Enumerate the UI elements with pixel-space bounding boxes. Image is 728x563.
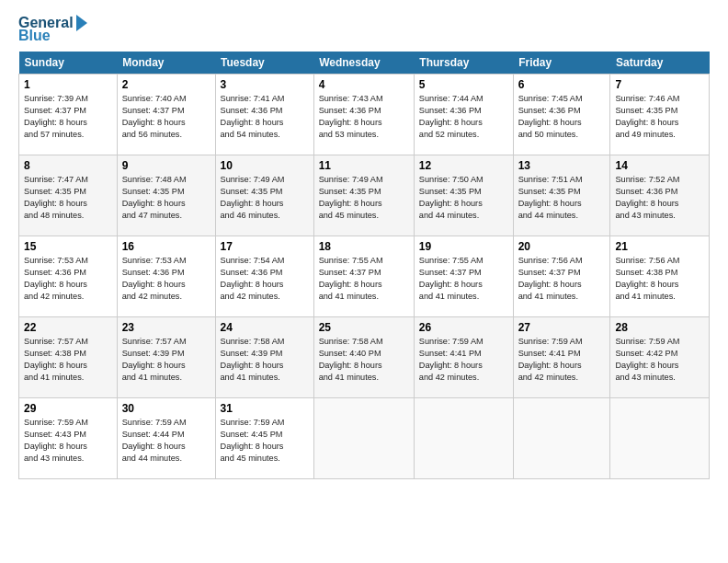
logo-blue: Blue	[18, 28, 51, 44]
day-info: Sunrise: 7:49 AMSunset: 4:35 PMDaylight:…	[319, 174, 409, 222]
day-number: 29	[24, 402, 112, 415]
day-info: Sunrise: 7:39 AMSunset: 4:37 PMDaylight:…	[24, 93, 112, 141]
day-info: Sunrise: 7:49 AMSunset: 4:35 PMDaylight:…	[221, 174, 309, 222]
day-number: 12	[419, 159, 508, 172]
calendar-cell	[414, 398, 513, 479]
day-number: 5	[419, 78, 508, 91]
calendar-cell	[513, 398, 610, 479]
day-number: 11	[319, 159, 409, 172]
day-number: 19	[419, 240, 508, 253]
day-info: Sunrise: 7:53 AMSunset: 4:36 PMDaylight:…	[24, 255, 112, 303]
day-number: 26	[419, 321, 508, 334]
week-row-5: 29Sunrise: 7:59 AMSunset: 4:43 PMDayligh…	[19, 398, 710, 479]
calendar-table: SundayMondayTuesdayWednesdayThursdayFrid…	[18, 52, 710, 479]
day-number: 23	[122, 321, 210, 334]
calendar-cell: 22Sunrise: 7:57 AMSunset: 4:38 PMDayligh…	[19, 317, 118, 398]
day-info: Sunrise: 7:40 AMSunset: 4:37 PMDaylight:…	[122, 93, 210, 141]
week-row-2: 8Sunrise: 7:47 AMSunset: 4:35 PMDaylight…	[19, 155, 710, 236]
calendar-cell: 28Sunrise: 7:59 AMSunset: 4:42 PMDayligh…	[610, 317, 710, 398]
day-info: Sunrise: 7:59 AMSunset: 4:41 PMDaylight:…	[518, 336, 606, 384]
day-number: 22	[24, 321, 112, 334]
day-info: Sunrise: 7:59 AMSunset: 4:43 PMDaylight:…	[24, 417, 112, 465]
calendar-cell: 27Sunrise: 7:59 AMSunset: 4:41 PMDayligh…	[513, 317, 610, 398]
day-info: Sunrise: 7:59 AMSunset: 4:42 PMDaylight:…	[615, 336, 704, 384]
week-row-3: 15Sunrise: 7:53 AMSunset: 4:36 PMDayligh…	[19, 236, 710, 317]
day-number: 10	[221, 159, 309, 172]
day-info: Sunrise: 7:47 AMSunset: 4:35 PMDaylight:…	[24, 174, 112, 222]
page: General Blue SundayMondayTuesdayWednesda…	[0, 0, 728, 563]
calendar-cell: 3Sunrise: 7:41 AMSunset: 4:36 PMDaylight…	[215, 75, 313, 155]
calendar-cell: 8Sunrise: 7:47 AMSunset: 4:35 PMDaylight…	[19, 155, 118, 236]
calendar-cell: 4Sunrise: 7:43 AMSunset: 4:36 PMDaylight…	[313, 75, 414, 155]
day-number: 20	[518, 240, 606, 253]
day-info: Sunrise: 7:54 AMSunset: 4:36 PMDaylight:…	[221, 255, 309, 303]
day-number: 18	[319, 240, 409, 253]
day-number: 25	[319, 321, 409, 334]
day-number: 8	[24, 159, 112, 172]
header: General Blue	[18, 15, 710, 44]
day-info: Sunrise: 7:55 AMSunset: 4:37 PMDaylight:…	[319, 255, 409, 303]
week-row-1: 1Sunrise: 7:39 AMSunset: 4:37 PMDaylight…	[19, 75, 710, 155]
day-info: Sunrise: 7:45 AMSunset: 4:36 PMDaylight:…	[518, 93, 606, 141]
day-number: 16	[122, 240, 210, 253]
calendar-cell: 29Sunrise: 7:59 AMSunset: 4:43 PMDayligh…	[19, 398, 118, 479]
calendar-cell: 13Sunrise: 7:51 AMSunset: 4:35 PMDayligh…	[513, 155, 610, 236]
calendar-cell: 2Sunrise: 7:40 AMSunset: 4:37 PMDaylight…	[117, 75, 215, 155]
calendar-cell: 19Sunrise: 7:55 AMSunset: 4:37 PMDayligh…	[414, 236, 513, 317]
day-info: Sunrise: 7:56 AMSunset: 4:38 PMDaylight:…	[615, 255, 704, 303]
day-header-tuesday: Tuesday	[215, 52, 313, 75]
day-header-wednesday: Wednesday	[313, 52, 414, 75]
day-info: Sunrise: 7:53 AMSunset: 4:36 PMDaylight:…	[122, 255, 210, 303]
day-info: Sunrise: 7:58 AMSunset: 4:40 PMDaylight:…	[319, 336, 409, 384]
calendar-cell: 17Sunrise: 7:54 AMSunset: 4:36 PMDayligh…	[215, 236, 313, 317]
calendar-cell: 9Sunrise: 7:48 AMSunset: 4:35 PMDaylight…	[117, 155, 215, 236]
day-info: Sunrise: 7:59 AMSunset: 4:44 PMDaylight:…	[122, 417, 210, 465]
calendar-cell: 23Sunrise: 7:57 AMSunset: 4:39 PMDayligh…	[117, 317, 215, 398]
day-info: Sunrise: 7:56 AMSunset: 4:37 PMDaylight:…	[518, 255, 606, 303]
day-number: 21	[615, 240, 704, 253]
calendar-cell: 21Sunrise: 7:56 AMSunset: 4:38 PMDayligh…	[610, 236, 710, 317]
logo: General Blue	[18, 15, 87, 44]
day-info: Sunrise: 7:57 AMSunset: 4:38 PMDaylight:…	[24, 336, 112, 384]
day-number: 7	[615, 78, 704, 91]
day-header-thursday: Thursday	[414, 52, 513, 75]
day-number: 27	[518, 321, 606, 334]
day-info: Sunrise: 7:55 AMSunset: 4:37 PMDaylight:…	[419, 255, 508, 303]
calendar-cell: 11Sunrise: 7:49 AMSunset: 4:35 PMDayligh…	[313, 155, 414, 236]
day-number: 9	[122, 159, 210, 172]
day-info: Sunrise: 7:50 AMSunset: 4:35 PMDaylight:…	[419, 174, 508, 222]
calendar-cell	[610, 398, 710, 479]
day-header-friday: Friday	[513, 52, 610, 75]
calendar-cell: 26Sunrise: 7:59 AMSunset: 4:41 PMDayligh…	[414, 317, 513, 398]
day-number: 31	[221, 402, 309, 415]
day-info: Sunrise: 7:51 AMSunset: 4:35 PMDaylight:…	[518, 174, 606, 222]
day-info: Sunrise: 7:59 AMSunset: 4:45 PMDaylight:…	[221, 417, 309, 465]
day-info: Sunrise: 7:48 AMSunset: 4:35 PMDaylight:…	[122, 174, 210, 222]
day-number: 30	[122, 402, 210, 415]
day-number: 14	[615, 159, 704, 172]
calendar-cell: 7Sunrise: 7:46 AMSunset: 4:35 PMDaylight…	[610, 75, 710, 155]
day-info: Sunrise: 7:58 AMSunset: 4:39 PMDaylight:…	[221, 336, 309, 384]
calendar-cell: 15Sunrise: 7:53 AMSunset: 4:36 PMDayligh…	[19, 236, 118, 317]
logo-arrow-icon	[76, 15, 87, 31]
day-info: Sunrise: 7:41 AMSunset: 4:36 PMDaylight:…	[221, 93, 309, 141]
day-info: Sunrise: 7:44 AMSunset: 4:36 PMDaylight:…	[419, 93, 508, 141]
day-number: 1	[24, 78, 112, 91]
calendar-cell: 30Sunrise: 7:59 AMSunset: 4:44 PMDayligh…	[117, 398, 215, 479]
day-number: 4	[319, 78, 409, 91]
day-number: 3	[221, 78, 309, 91]
week-row-4: 22Sunrise: 7:57 AMSunset: 4:38 PMDayligh…	[19, 317, 710, 398]
day-header-saturday: Saturday	[610, 52, 710, 75]
day-info: Sunrise: 7:43 AMSunset: 4:36 PMDaylight:…	[319, 93, 409, 141]
day-number: 6	[518, 78, 606, 91]
calendar-cell: 12Sunrise: 7:50 AMSunset: 4:35 PMDayligh…	[414, 155, 513, 236]
day-info: Sunrise: 7:52 AMSunset: 4:36 PMDaylight:…	[615, 174, 704, 222]
day-number: 2	[122, 78, 210, 91]
calendar-header-row: SundayMondayTuesdayWednesdayThursdayFrid…	[19, 52, 710, 75]
day-info: Sunrise: 7:46 AMSunset: 4:35 PMDaylight:…	[615, 93, 704, 141]
calendar-cell: 6Sunrise: 7:45 AMSunset: 4:36 PMDaylight…	[513, 75, 610, 155]
calendar-cell: 14Sunrise: 7:52 AMSunset: 4:36 PMDayligh…	[610, 155, 710, 236]
calendar-cell: 20Sunrise: 7:56 AMSunset: 4:37 PMDayligh…	[513, 236, 610, 317]
calendar-cell: 5Sunrise: 7:44 AMSunset: 4:36 PMDaylight…	[414, 75, 513, 155]
day-number: 28	[615, 321, 704, 334]
